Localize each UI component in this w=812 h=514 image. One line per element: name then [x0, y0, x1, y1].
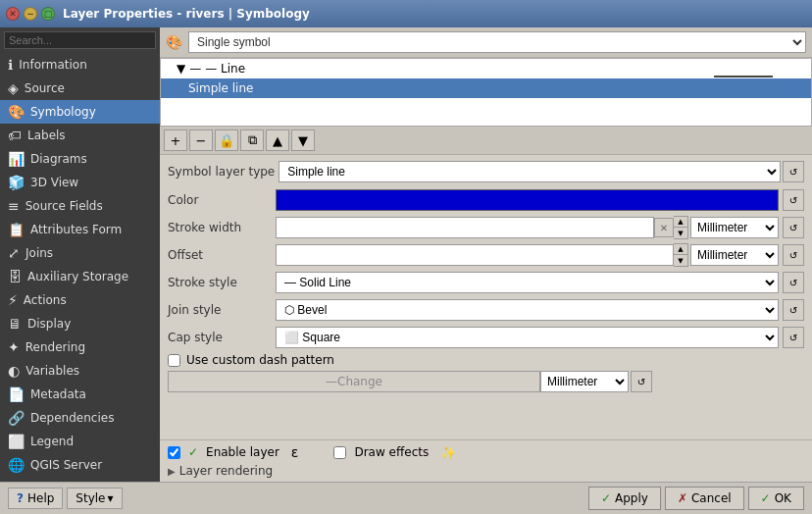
minimize-button[interactable]: − [24, 7, 37, 21]
custom-dash-checkbox[interactable] [168, 354, 180, 367]
stroke-width-down-button[interactable]: ▼ [674, 228, 687, 238]
offset-spinbox: 0.000000 ▲ ▼ [276, 243, 688, 267]
3dview-icon: 🧊 [8, 175, 25, 190]
search-input[interactable] [4, 31, 156, 49]
ok-icon: ✓ [761, 491, 771, 505]
symbology-icon: 🎨 [8, 104, 25, 120]
properties-area: Symbol layer type Simple line ↺ Color ↺ [160, 155, 812, 439]
offset-unit-select[interactable]: Millimeter [690, 244, 779, 266]
join-style-reset-button[interactable]: ↺ [783, 299, 804, 321]
join-style-select[interactable]: ⬡ Bevel [276, 299, 779, 321]
tree-item-simpleline[interactable]: Simple line [161, 78, 811, 98]
close-button[interactable]: ✕ [6, 7, 20, 21]
legend-icon: ⬜ [8, 434, 25, 449]
sidebar-item-diagrams[interactable]: 📊 Diagrams [0, 147, 160, 171]
sidebar-item-label: 3D View [30, 176, 78, 189]
move-down-button[interactable]: ▼ [291, 129, 315, 151]
add-layer-button[interactable]: + [164, 129, 187, 151]
offset-input[interactable]: 0.000000 [276, 244, 674, 266]
joins-icon: ⤢ [8, 245, 20, 261]
ok-button[interactable]: ✓ OK [748, 487, 804, 510]
cap-style-select[interactable]: ⬜ Square [276, 327, 779, 348]
sidebar-item-joins[interactable]: ⤢ Joins [0, 241, 160, 265]
change-reset-button[interactable]: ↺ [631, 371, 652, 392]
sidebar-item-information[interactable]: ℹ Information [0, 53, 160, 77]
custom-dash-label: Use custom dash pattern [186, 353, 334, 367]
layer-type-select[interactable]: Simple line [279, 161, 781, 182]
sidebar-item-actions[interactable]: ⚡ Actions [0, 288, 160, 312]
window-controls[interactable]: ✕ − □ [6, 7, 55, 21]
sidebar-item-display[interactable]: 🖥 Display [0, 312, 160, 335]
layer-type-reset-button[interactable]: ↺ [783, 161, 804, 182]
sidebar-item-variables[interactable]: ◐ Variables [0, 359, 160, 383]
symbol-type-select[interactable]: Single symbol Categorized Graduated Rule… [188, 31, 806, 53]
layer-rendering-row[interactable]: ▶ Layer rendering [168, 464, 804, 478]
sidebar-item-label: Joins [25, 246, 53, 260]
sidebar-item-label: Labels [27, 128, 66, 142]
symbol-tree-wrapper: ▼ — — Line Simple line [160, 58, 812, 127]
sidebar-item-labels[interactable]: 🏷 Labels [0, 124, 160, 147]
sidebar-item-metadata[interactable]: 📄 Metadata [0, 383, 160, 406]
style-button[interactable]: Style ▾ [67, 488, 122, 509]
sidebar-item-attributesform[interactable]: 📋 Attributes Form [0, 218, 160, 241]
sidebar-item-auxiliarystorage[interactable]: 🗄 Auxiliary Storage [0, 265, 160, 288]
cap-style-reset-button[interactable]: ↺ [783, 327, 804, 348]
cap-style-control: ⬜ Square ↺ [276, 327, 804, 348]
lock-layer-button[interactable]: 🔒 [215, 129, 238, 151]
change-unit-select[interactable]: Millimeter [540, 371, 629, 392]
labels-icon: 🏷 [8, 128, 22, 143]
style-arrow-icon: ▾ [107, 491, 113, 505]
dependencies-icon: 🔗 [8, 410, 25, 426]
sidebar-item-label: Rendering [25, 340, 85, 354]
sidebar-item-qgisserver[interactable]: 🌐 QGIS Server [0, 453, 160, 477]
move-up-button[interactable]: ▲ [266, 129, 289, 151]
dash-change-button[interactable]: —Change [168, 371, 540, 392]
dash-change-row: —Change Millimeter ↺ [168, 371, 804, 392]
stroke-width-reset-button[interactable]: ↺ [783, 217, 804, 238]
symbol-tree: ▼ — — Line Simple line [160, 58, 812, 127]
sidebar-item-source[interactable]: ◈ Source [0, 77, 160, 100]
source-icon: ◈ [8, 80, 19, 96]
cancel-button[interactable]: ✗ Cancel [665, 487, 744, 510]
cap-style-label: Cap style [168, 331, 276, 344]
stroke-width-input[interactable]: 0.260000 [276, 217, 654, 238]
offset-up-button[interactable]: ▲ [674, 244, 687, 255]
attributesform-icon: 📋 [8, 222, 25, 237]
enable-layer-expression-button[interactable]: ε [291, 444, 299, 460]
enable-layer-checkbox[interactable] [168, 446, 180, 459]
draw-effects-checkbox[interactable] [333, 446, 346, 459]
maximize-button[interactable]: □ [41, 7, 55, 21]
sidebar-item-legend[interactable]: ⬜ Legend [0, 430, 160, 453]
offset-control: 0.000000 ▲ ▼ Millimeter ↺ [276, 243, 804, 267]
sidebar-item-label: Dependencies [30, 411, 114, 425]
color-label: Color [168, 193, 276, 207]
apply-button[interactable]: ✓ Apply [588, 487, 661, 510]
sidebar-item-dependencies[interactable]: 🔗 Dependencies [0, 406, 160, 430]
offset-down-button[interactable]: ▼ [674, 255, 687, 266]
stroke-width-row: Stroke width 0.260000 ✕ ▲ ▼ Millimeter [168, 216, 804, 239]
right-panel: 🎨 Single symbol Categorized Graduated Ru… [160, 27, 812, 482]
rendering-icon: ✦ [8, 339, 20, 355]
stroke-width-unit-select[interactable]: Millimeter [690, 217, 779, 238]
sidebar-item-3dview[interactable]: 🧊 3D View [0, 171, 160, 194]
color-swatch[interactable] [276, 189, 779, 211]
sidebar-item-label: Variables [25, 364, 79, 378]
duplicate-layer-button[interactable]: ⧉ [240, 129, 264, 151]
enable-row: ✓ Enable layer ε Draw effects ✨ [168, 444, 804, 460]
stroke-style-select[interactable]: — Solid Line [276, 272, 779, 293]
search-box [0, 27, 160, 53]
offset-reset-button[interactable]: ↺ [783, 244, 804, 266]
cancel-label: Cancel [691, 491, 732, 505]
stroke-width-clear-button[interactable]: ✕ [654, 218, 674, 237]
sidebar-item-rendering[interactable]: ✦ Rendering [0, 335, 160, 359]
stroke-width-up-button[interactable]: ▲ [674, 217, 687, 228]
sidebar-item-symbology[interactable]: 🎨 Symbology [0, 100, 160, 124]
sidebar-item-sourcefields[interactable]: ≡ Source Fields [0, 194, 160, 218]
offset-arrows: ▲ ▼ [674, 243, 688, 267]
color-reset-button[interactable]: ↺ [783, 189, 804, 211]
symbol-toolbar: + − 🔒 ⧉ ▲ ▼ [160, 127, 812, 155]
remove-layer-button[interactable]: − [189, 129, 213, 151]
stroke-style-reset-button[interactable]: ↺ [783, 272, 804, 293]
help-button[interactable]: ? Help [8, 488, 63, 509]
stroke-style-label: Stroke style [168, 276, 276, 289]
